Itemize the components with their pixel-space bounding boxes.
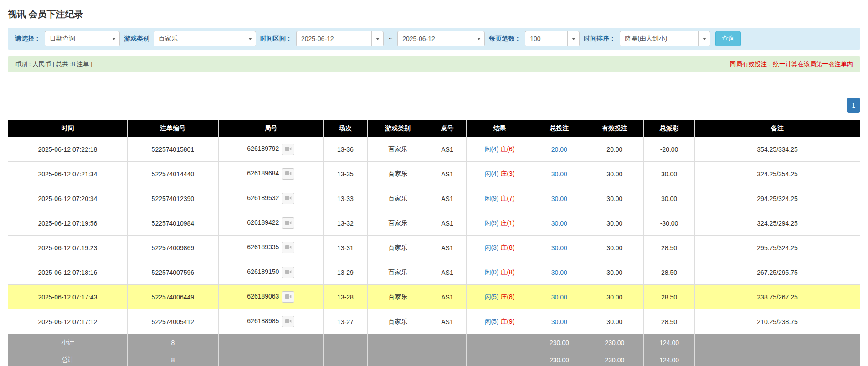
video-replay-button[interactable] (282, 242, 294, 253)
total-bet-link[interactable]: 30.00 (551, 170, 567, 178)
total-bet-link[interactable]: 30.00 (551, 220, 567, 227)
result-banker: 庄(8) (500, 244, 514, 251)
total-bet-link[interactable]: 20.00 (551, 146, 567, 153)
video-replay-button[interactable] (282, 168, 294, 180)
video-replay-icon (285, 244, 292, 252)
result-banker: 庄(7) (500, 195, 514, 202)
video-replay-button[interactable] (282, 316, 294, 327)
cell-total-bet: 30.00 (533, 236, 586, 260)
cell-round-id: 626189792 (218, 137, 323, 162)
video-replay-icon (285, 220, 292, 227)
cell-valid-bet: 30.00 (586, 260, 643, 285)
video-replay-button[interactable] (282, 267, 294, 278)
total-count: 8 (127, 351, 218, 366)
cell-valid-bet: 30.00 (586, 186, 643, 211)
cell-round-id: 626189335 (218, 236, 323, 260)
summary-bar: 币别 : 人民币 | 总共 :8 注单 | 同局有效投注，统一计算在该局第一张注… (8, 56, 860, 72)
round-id-value: 626189532 (247, 194, 279, 201)
total-bet-link[interactable]: 30.00 (551, 318, 567, 325)
cell-game-type: 百家乐 (368, 285, 428, 309)
cell-total-bet: 30.00 (533, 285, 586, 309)
cell-valid-bet: 30.00 (586, 236, 643, 260)
video-replay-button[interactable] (282, 217, 294, 229)
col-header-payout: 总派彩 (643, 120, 694, 137)
date-from-dropdown-button[interactable] (371, 31, 384, 46)
cell-game-type: 百家乐 (368, 186, 428, 211)
page-number-button[interactable]: 1 (847, 98, 860, 113)
video-replay-button[interactable] (282, 144, 294, 155)
video-replay-button[interactable] (282, 291, 294, 303)
result-banker: 庄(9) (500, 318, 514, 325)
filter-type-input[interactable] (45, 31, 108, 46)
cell-total-bet: 30.00 (533, 162, 586, 186)
page-size-dropdown-button[interactable] (567, 31, 580, 46)
cell-result: 闲(9) 庄(7) (467, 186, 533, 211)
cell-table-no: AS1 (428, 285, 466, 309)
cell-total-bet: 30.00 (533, 186, 586, 211)
date-to-dropdown-button[interactable] (473, 31, 485, 46)
cell-round-id: 626188985 (218, 309, 323, 334)
total-valid-bet: 230.00 (586, 351, 643, 366)
game-type-input[interactable] (154, 31, 244, 46)
video-replay-icon (285, 146, 292, 153)
table-row: 2025-06-12 07:17:43522574006449626189063… (8, 285, 860, 309)
cell-bet-id: 522574005412 (127, 309, 218, 334)
result-player: 闲(5) (484, 293, 498, 300)
cell-time: 2025-06-12 07:18:16 (8, 260, 128, 285)
cell-payout: 28.50 (643, 236, 694, 260)
sort-order-select (620, 31, 710, 46)
cell-session: 13-33 (323, 186, 367, 211)
cell-valid-bet: 30.00 (586, 309, 643, 334)
page-title: 视讯 会员下注纪录 (8, 8, 860, 21)
date-from-input[interactable] (296, 31, 371, 46)
round-id-value: 626188985 (247, 317, 279, 325)
cell-result: 闲(4) 庄(6) (467, 137, 533, 162)
cell-table-no: AS1 (428, 260, 466, 285)
cell-game-type: 百家乐 (368, 162, 428, 186)
cell-round-id: 626189422 (218, 211, 323, 236)
cell-remark: 267.25/295.75 (695, 260, 860, 285)
search-button[interactable]: 查询 (715, 31, 741, 46)
cell-valid-bet: 30.00 (586, 285, 643, 309)
result-banker: 庄(1) (500, 219, 514, 227)
game-type-dropdown-button[interactable] (244, 31, 256, 46)
col-header-round-id: 局号 (218, 120, 323, 137)
total-bet-link[interactable]: 30.00 (551, 244, 567, 252)
filter-type-dropdown-button[interactable] (108, 31, 120, 46)
cell-result: 闲(5) 庄(8) (467, 285, 533, 309)
sort-order-input[interactable] (620, 31, 698, 46)
cell-remark: 354.25/334.25 (695, 137, 860, 162)
total-bet-link[interactable]: 30.00 (551, 195, 567, 202)
cell-remark: 295.75/324.25 (695, 236, 860, 260)
col-header-table-no: 桌号 (428, 120, 466, 137)
cell-total-bet: 30.00 (533, 260, 586, 285)
cell-time: 2025-06-12 07:19:23 (8, 236, 128, 260)
page-size-input[interactable] (525, 31, 567, 46)
video-replay-button[interactable] (282, 193, 294, 204)
round-id-value: 626189792 (247, 145, 279, 152)
total-bet-link[interactable]: 30.00 (551, 269, 567, 276)
page-size-select (525, 31, 580, 46)
video-replay-icon (285, 195, 292, 202)
chevron-down-icon (376, 38, 380, 40)
table-row: 2025-06-12 07:19:23522574009869626189335… (8, 236, 860, 260)
cell-payout: 30.00 (643, 186, 694, 211)
total-bet-link[interactable]: 30.00 (551, 294, 567, 301)
round-id-value: 626189335 (247, 243, 279, 251)
subtotal-total-bet: 230.00 (533, 334, 586, 351)
chevron-down-icon (477, 38, 481, 40)
sort-order-dropdown-button[interactable] (698, 31, 710, 46)
cell-session: 13-32 (323, 211, 367, 236)
date-to-input[interactable] (397, 31, 473, 46)
table-row: 2025-06-12 07:20:34522574012390626189532… (8, 186, 860, 211)
result-player: 闲(4) (484, 145, 498, 153)
cell-round-id: 626189532 (218, 186, 323, 211)
subtotal-payout: 124.00 (643, 334, 694, 351)
table-row: 2025-06-12 07:18:16522574007596626189150… (8, 260, 860, 285)
video-replay-icon (285, 170, 292, 178)
chevron-down-icon (703, 38, 706, 40)
table-row: 2025-06-12 07:22:18522574015801626189792… (8, 137, 860, 162)
cell-total-bet: 20.00 (533, 137, 586, 162)
result-player: 闲(9) (484, 195, 498, 202)
cell-bet-id: 522574012390 (127, 186, 218, 211)
